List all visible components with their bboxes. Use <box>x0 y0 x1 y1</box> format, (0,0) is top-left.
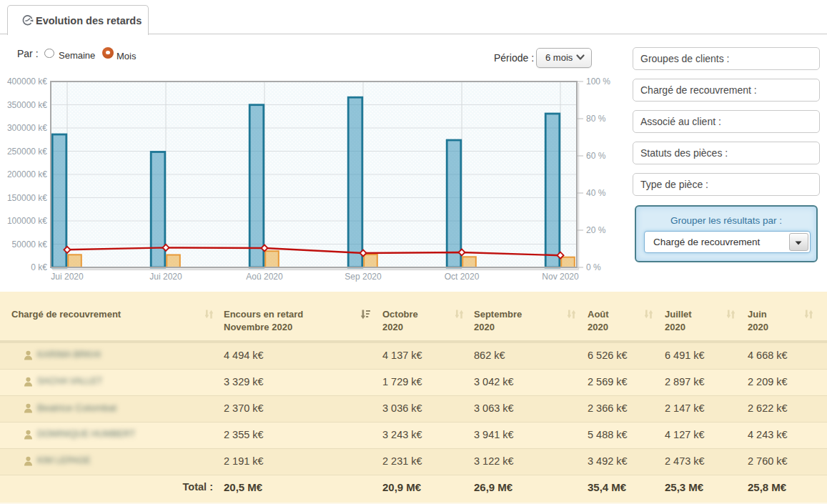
svg-text:40 %: 40 % <box>586 188 606 198</box>
svg-text:Jui 2020: Jui 2020 <box>51 272 84 282</box>
svg-text:0 k€: 0 k€ <box>31 262 47 272</box>
svg-text:150000 k€: 150000 k€ <box>7 193 47 203</box>
svg-text:250000 k€: 250000 k€ <box>7 147 47 157</box>
svg-text:350000 k€: 350000 k€ <box>7 100 47 110</box>
svg-text:50000 k€: 50000 k€ <box>12 239 48 249</box>
svg-text:Aoû 2020: Aoû 2020 <box>246 272 283 282</box>
svg-text:Jui 2020: Jui 2020 <box>149 272 182 282</box>
svg-text:0 %: 0 % <box>586 262 601 272</box>
svg-text:Sep 2020: Sep 2020 <box>345 272 382 282</box>
svg-text:100 %: 100 % <box>586 76 610 87</box>
svg-text:Oct 2020: Oct 2020 <box>445 272 480 282</box>
svg-text:Nov 2020: Nov 2020 <box>542 272 579 282</box>
svg-text:20 %: 20 % <box>586 225 606 235</box>
svg-text:400000 k€: 400000 k€ <box>7 76 47 87</box>
svg-text:100000 k€: 100000 k€ <box>7 216 47 226</box>
svg-text:60 %: 60 % <box>586 151 606 161</box>
svg-text:80 %: 80 % <box>586 114 606 124</box>
svg-text:200000 k€: 200000 k€ <box>7 169 47 179</box>
svg-text:300000 k€: 300000 k€ <box>7 123 47 133</box>
